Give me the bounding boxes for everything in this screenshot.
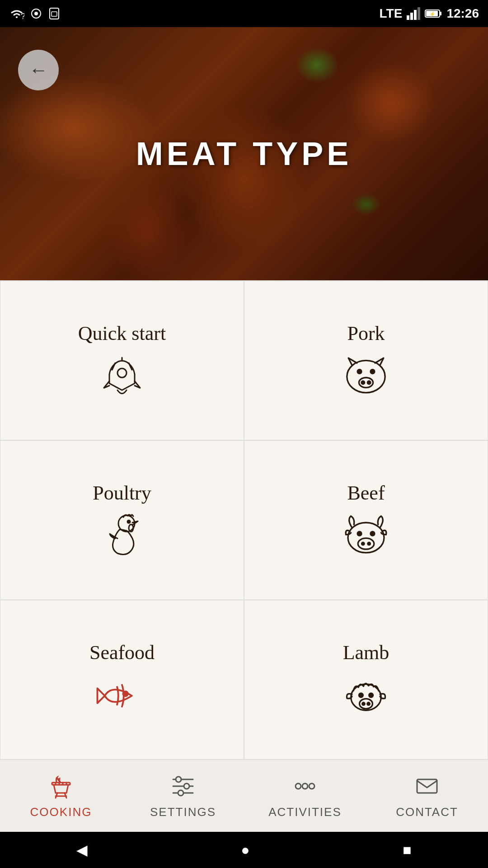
status-bar: ? LTE ⚡ 12:26 [0,0,488,27]
dot-icon [30,7,42,20]
svg-point-29 [362,542,365,545]
chicken-icon [95,514,149,559]
grid-item-seafood[interactable]: Seafood [0,600,244,760]
settings-nav-icon [169,773,197,802]
wifi-icon: ? [9,7,24,20]
svg-point-50 [176,777,181,782]
cooking-nav-icon [47,773,75,802]
activities-nav-label: ACTIVITIES [268,805,342,819]
seafood-label: Seafood [89,641,155,664]
activities-nav-icon [291,773,319,802]
lte-label: LTE [380,6,403,21]
back-system-button[interactable]: ◀ [76,841,88,859]
pork-label: Pork [347,322,385,345]
contact-nav-label: CONTACT [396,805,458,819]
page-title: MEAT TYPE [136,135,352,172]
grid-item-beef[interactable]: Beef [244,440,488,600]
home-system-button[interactable]: ● [241,842,249,859]
svg-point-32 [124,693,126,694]
hero-section: ← MEAT TYPE [0,27,488,280]
svg-rect-3 [50,8,59,19]
fish-icon [95,673,149,718]
svg-point-18 [361,381,365,384]
svg-point-25 [371,532,375,536]
svg-point-53 [296,783,301,789]
rocket-icon [95,354,149,399]
back-button[interactable]: ← [18,50,59,90]
svg-point-34 [359,693,363,697]
beef-label: Beef [347,481,385,505]
battery-icon: ⚡ [425,9,442,19]
system-nav-bar: ◀ ● ■ [0,832,488,868]
cow-icon [339,514,393,559]
nav-item-contact[interactable]: CONTACT [366,773,488,819]
svg-point-13 [117,368,127,377]
grid-item-lamb[interactable]: Lamb [244,600,488,760]
contact-nav-icon [413,773,441,802]
svg-point-55 [309,783,314,789]
back-arrow-icon: ← [29,59,48,81]
svg-point-36 [360,699,373,709]
svg-point-19 [367,381,371,384]
grid-item-quick-start[interactable]: Quick start [0,281,244,440]
pig-icon [339,354,393,399]
svg-point-38 [367,703,370,705]
status-right: LTE ⚡ 12:26 [380,6,479,21]
nav-item-cooking[interactable]: COOKING [0,773,122,819]
status-left: ? [9,7,61,20]
svg-point-24 [357,532,361,536]
grid-item-pork[interactable]: Pork [244,281,488,440]
svg-rect-7 [414,10,417,20]
svg-rect-6 [410,13,413,20]
svg-point-52 [178,790,183,796]
signal-icon [407,7,420,20]
svg-point-30 [368,542,371,545]
svg-rect-5 [407,15,409,20]
lamb-label: Lamb [343,641,389,664]
nav-item-settings[interactable]: SETTINGS [122,773,244,819]
lamb-icon [339,673,393,718]
grid-item-poultry[interactable]: Poultry [0,440,244,600]
svg-rect-10 [440,12,441,15]
recents-system-button[interactable]: ■ [403,842,411,859]
svg-text:?: ? [21,12,24,20]
meat-type-grid: Quick start Pork [0,280,488,760]
time-display: 12:26 [446,6,479,21]
svg-text:⚡: ⚡ [429,11,436,17]
svg-rect-4 [52,12,57,16]
svg-point-21 [127,520,130,523]
svg-point-15 [357,369,361,373]
svg-point-16 [371,369,375,373]
svg-point-54 [302,783,308,789]
sim-icon [48,7,61,20]
svg-point-51 [184,783,189,789]
quick-start-label: Quick start [78,322,166,345]
svg-rect-39 [52,783,70,785]
nav-item-activities[interactable]: ACTIVITIES [244,773,366,819]
poultry-label: Poultry [93,481,151,505]
cooking-nav-label: COOKING [30,805,92,819]
svg-point-26 [358,538,374,549]
bottom-nav: COOKING SETTINGS [0,760,488,832]
svg-rect-56 [417,779,437,793]
svg-point-35 [369,693,373,697]
svg-point-2 [34,12,38,15]
svg-point-33 [351,684,381,710]
svg-point-37 [362,703,365,705]
settings-nav-label: SETTINGS [150,805,216,819]
svg-rect-8 [418,7,420,20]
